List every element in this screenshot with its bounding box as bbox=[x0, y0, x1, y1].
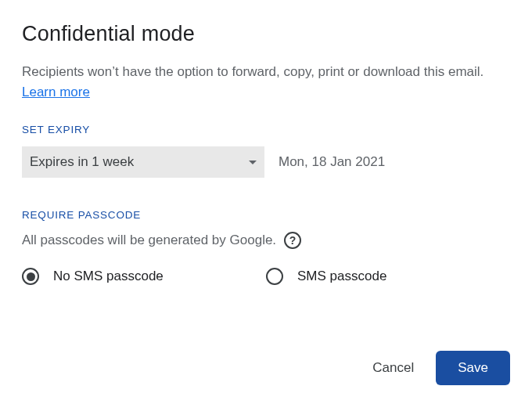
passcode-note-row: All passcodes will be generated by Googl… bbox=[22, 232, 510, 249]
radio-icon bbox=[22, 268, 39, 285]
radio-no-sms-passcode[interactable]: No SMS passcode bbox=[22, 268, 266, 285]
dialog-footer: Cancel Save bbox=[372, 351, 510, 385]
expiry-date-text: Mon, 18 Jan 2021 bbox=[279, 154, 385, 170]
radio-sms-passcode[interactable]: SMS passcode bbox=[266, 268, 510, 285]
dialog-title: Confidential mode bbox=[22, 22, 510, 46]
passcode-note-text: All passcodes will be generated by Googl… bbox=[22, 233, 276, 248]
dialog-description: Recipients won’t have the option to forw… bbox=[22, 62, 510, 102]
set-expiry-label: SET EXPIRY bbox=[22, 124, 510, 135]
require-passcode-label: REQUIRE PASSCODE bbox=[22, 209, 510, 221]
passcode-radio-group: No SMS passcode SMS passcode bbox=[22, 268, 510, 285]
help-icon[interactable]: ? bbox=[284, 232, 301, 249]
expiry-row: Expires in 1 week Mon, 18 Jan 2021 bbox=[22, 146, 510, 178]
radio-label: SMS passcode bbox=[297, 269, 386, 284]
expiry-selected-value: Expires in 1 week bbox=[30, 154, 134, 170]
radio-label: No SMS passcode bbox=[53, 269, 164, 284]
learn-more-link[interactable]: Learn more bbox=[22, 85, 90, 99]
radio-selected-dot bbox=[27, 272, 35, 281]
save-button[interactable]: Save bbox=[436, 351, 510, 385]
cancel-button[interactable]: Cancel bbox=[372, 360, 414, 376]
radio-icon bbox=[266, 268, 283, 285]
expiry-dropdown[interactable]: Expires in 1 week bbox=[22, 146, 264, 178]
chevron-down-icon bbox=[249, 161, 257, 164]
description-text: Recipients won’t have the option to forw… bbox=[22, 64, 483, 79]
